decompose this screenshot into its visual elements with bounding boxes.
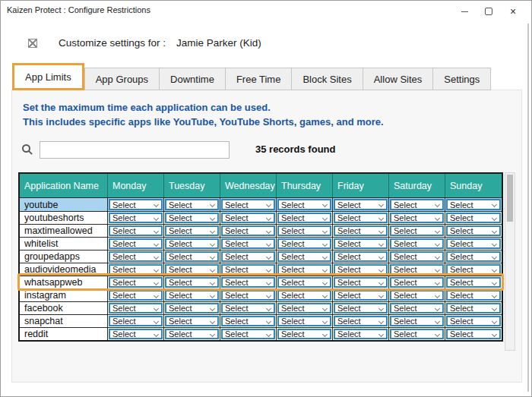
tab-block-sites[interactable]: Block Sites — [291, 68, 362, 90]
select-dropdown-monday[interactable]: Select — [109, 251, 163, 262]
tab-settings[interactable]: Settings — [432, 68, 491, 90]
select-dropdown-tuesday[interactable]: Select — [165, 199, 219, 210]
select-dropdown-wednesday[interactable]: Select — [221, 251, 275, 262]
select-dropdown-friday[interactable]: Select — [334, 238, 388, 249]
select-dropdown-thursday[interactable]: Select — [277, 329, 331, 339]
select-dropdown-saturday[interactable]: Select — [390, 225, 444, 236]
select-dropdown-thursday[interactable]: Select — [277, 199, 331, 210]
select-dropdown-sunday[interactable]: Select — [446, 238, 501, 249]
select-dropdown-sunday[interactable]: Select — [446, 290, 501, 301]
select-dropdown-sunday[interactable]: Select — [446, 264, 501, 275]
tab-free-time[interactable]: Free Time — [225, 68, 292, 90]
window-scrollbar[interactable] — [527, 24, 529, 392]
app-name-cell[interactable]: audiovideomedia — [20, 263, 108, 276]
select-dropdown-monday[interactable]: Select — [109, 290, 163, 301]
select-dropdown-saturday[interactable]: Select — [390, 199, 444, 210]
select-dropdown-tuesday[interactable]: Select — [165, 251, 219, 262]
app-name-cell[interactable]: youtube — [20, 198, 108, 211]
select-dropdown-wednesday[interactable]: Select — [221, 303, 275, 314]
select-dropdown-monday[interactable]: Select — [109, 277, 163, 288]
select-dropdown-friday[interactable]: Select — [334, 264, 388, 275]
search-input[interactable] — [40, 141, 230, 159]
select-dropdown-sunday[interactable]: Select — [446, 277, 501, 288]
select-dropdown-wednesday[interactable]: Select — [221, 213, 275, 223]
app-name-cell[interactable]: maxtimeallowed — [20, 225, 108, 237]
app-name-cell[interactable]: whatsappweb — [20, 276, 108, 288]
select-dropdown-friday[interactable]: Select — [334, 199, 388, 210]
tab-allow-sites[interactable]: Allow Sites — [363, 68, 433, 90]
select-dropdown-friday[interactable]: Select — [334, 290, 388, 301]
select-dropdown-monday[interactable]: Select — [109, 329, 163, 339]
select-dropdown-friday[interactable]: Select — [334, 213, 388, 223]
select-dropdown-sunday[interactable]: Select — [446, 329, 501, 339]
table-scrollbar-thumb[interactable] — [507, 175, 513, 222]
table-scrollbar[interactable] — [505, 172, 515, 351]
select-dropdown-sunday[interactable]: Select — [446, 199, 501, 210]
app-name-cell[interactable]: reddit — [20, 328, 108, 340]
select-dropdown-tuesday[interactable]: Select — [165, 238, 219, 249]
select-dropdown-thursday[interactable]: Select — [277, 277, 331, 288]
select-dropdown-saturday[interactable]: Select — [390, 277, 444, 288]
app-name-cell[interactable]: instagram — [20, 289, 108, 301]
select-dropdown-wednesday[interactable]: Select — [221, 199, 275, 210]
select-dropdown-saturday[interactable]: Select — [390, 303, 444, 314]
select-dropdown-thursday[interactable]: Select — [277, 251, 331, 262]
select-dropdown-tuesday[interactable]: Select — [165, 264, 219, 275]
select-dropdown-tuesday[interactable]: Select — [165, 329, 219, 339]
select-dropdown-thursday[interactable]: Select — [277, 225, 331, 236]
select-dropdown-thursday[interactable]: Select — [277, 213, 331, 223]
close-button[interactable]: × — [501, 2, 525, 20]
app-name-cell[interactable]: groupedapps — [20, 250, 108, 263]
select-dropdown-friday[interactable]: Select — [334, 316, 388, 326]
select-dropdown-tuesday[interactable]: Select — [165, 303, 219, 314]
select-dropdown-sunday[interactable]: Select — [446, 303, 501, 314]
select-dropdown-saturday[interactable]: Select — [390, 238, 444, 249]
select-dropdown-thursday[interactable]: Select — [277, 238, 331, 249]
select-dropdown-saturday[interactable]: Select — [390, 213, 444, 223]
select-dropdown-wednesday[interactable]: Select — [221, 238, 275, 249]
select-dropdown-tuesday[interactable]: Select — [165, 213, 219, 223]
select-dropdown-wednesday[interactable]: Select — [221, 225, 275, 236]
app-name-cell[interactable]: youtubeshorts — [20, 212, 108, 224]
select-dropdown-monday[interactable]: Select — [109, 316, 163, 326]
select-dropdown-saturday[interactable]: Select — [390, 290, 444, 301]
app-name-cell[interactable]: whitelist — [20, 238, 108, 250]
select-dropdown-monday[interactable]: Select — [109, 264, 163, 275]
select-dropdown-friday[interactable]: Select — [334, 303, 388, 314]
select-dropdown-saturday[interactable]: Select — [390, 329, 444, 339]
select-dropdown-wednesday[interactable]: Select — [221, 290, 275, 301]
select-dropdown-friday[interactable]: Select — [334, 251, 388, 262]
app-name-cell[interactable]: facebook — [20, 302, 108, 314]
select-dropdown-sunday[interactable]: Select — [446, 225, 501, 236]
select-dropdown-wednesday[interactable]: Select — [221, 329, 275, 339]
select-dropdown-monday[interactable]: Select — [109, 303, 163, 314]
select-dropdown-saturday[interactable]: Select — [390, 251, 444, 262]
select-dropdown-sunday[interactable]: Select — [446, 213, 501, 223]
maximize-button[interactable] — [477, 2, 501, 20]
tab-app-groups[interactable]: App Groups — [84, 68, 159, 90]
select-dropdown-tuesday[interactable]: Select — [165, 316, 219, 326]
select-dropdown-monday[interactable]: Select — [109, 213, 163, 223]
select-dropdown-sunday[interactable]: Select — [446, 316, 501, 326]
select-dropdown-friday[interactable]: Select — [334, 225, 388, 236]
select-dropdown-monday[interactable]: Select — [109, 225, 163, 236]
tab-app-limits[interactable]: App Limits — [12, 63, 84, 90]
tab-downtime[interactable]: Downtime — [159, 68, 225, 90]
select-dropdown-thursday[interactable]: Select — [277, 264, 331, 275]
app-name-cell[interactable]: snapchat — [20, 315, 108, 327]
select-dropdown-monday[interactable]: Select — [109, 238, 163, 249]
select-dropdown-friday[interactable]: Select — [334, 329, 388, 339]
select-dropdown-tuesday[interactable]: Select — [165, 225, 219, 236]
minimize-button[interactable] — [452, 2, 477, 20]
select-dropdown-thursday[interactable]: Select — [277, 303, 331, 314]
select-dropdown-wednesday[interactable]: Select — [221, 277, 275, 288]
select-dropdown-wednesday[interactable]: Select — [221, 264, 275, 275]
select-dropdown-friday[interactable]: Select — [334, 277, 388, 288]
select-dropdown-thursday[interactable]: Select — [277, 290, 331, 301]
select-dropdown-wednesday[interactable]: Select — [221, 316, 275, 326]
select-dropdown-monday[interactable]: Select — [109, 199, 163, 210]
select-dropdown-tuesday[interactable]: Select — [165, 277, 219, 288]
select-dropdown-saturday[interactable]: Select — [390, 316, 444, 326]
select-dropdown-sunday[interactable]: Select — [446, 251, 501, 262]
select-dropdown-tuesday[interactable]: Select — [165, 290, 219, 301]
